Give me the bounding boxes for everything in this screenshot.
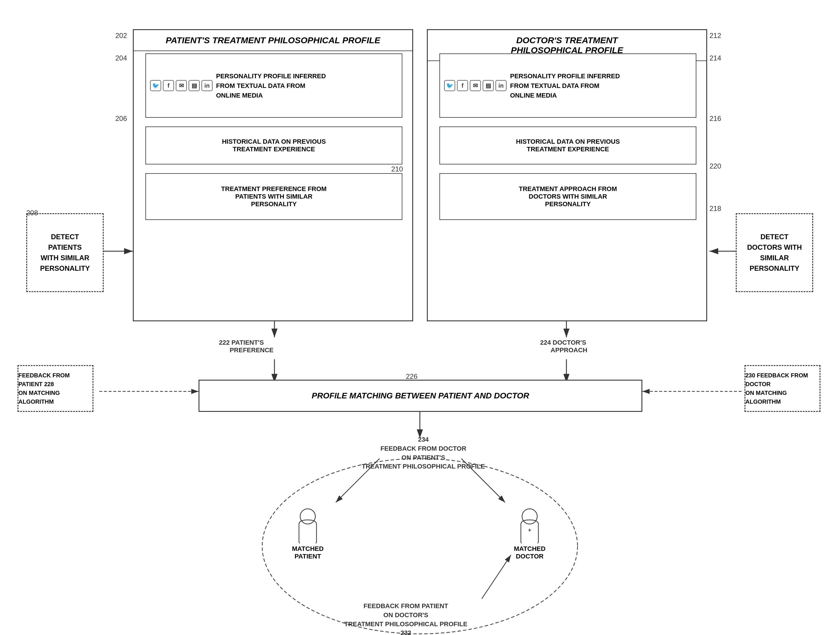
doc-twitter-icon: 🐦 <box>444 80 455 91</box>
profile-matching-text: PROFILE MATCHING BETWEEN PATIENT AND DOC… <box>311 391 529 401</box>
feedback-doctor-patient-label: 234 FEEDBACK FROM DOCTORON PATIENT'STREA… <box>321 435 526 471</box>
diagram: PATIENT'S TREATMENT PHILOSOPHICAL PROFIL… <box>0 0 840 635</box>
feedback-patient-algo-text: FEEDBACK FROM PATIENT 228ON MATCHING ALG… <box>18 371 93 406</box>
patients-preference-label: 222 PATIENT'S PREFERENCE <box>219 339 273 354</box>
patient-treatment-pref-box: TREATMENT PREFERENCE FROMPATIENTS WITH S… <box>145 173 402 220</box>
patient-profile-box: PATIENT'S TREATMENT PHILOSOPHICAL PROFIL… <box>133 29 413 321</box>
label-226: 226 <box>406 372 417 381</box>
arrows-svg <box>0 0 840 635</box>
label-218: 218 <box>709 204 721 213</box>
doctor-social-icons: 🐦 f ✉ ▤ in <box>444 80 507 91</box>
label-210: 210 <box>391 165 403 173</box>
feedback-patient-algo-box: FEEDBACK FROM PATIENT 228ON MATCHING ALG… <box>17 365 93 412</box>
doc-email-icon: ✉ <box>470 80 481 91</box>
doc-facebook-icon: f <box>457 80 468 91</box>
detect-doctors-box: DETECTDOCTORS WITHSIMILARPERSONALITY <box>736 213 813 292</box>
patient-historical-box: HISTORICAL DATA ON PREVIOUSTREATMENT EXP… <box>145 127 402 165</box>
patient-personality-box: 🐦 f ✉ ▤ in PERSONALITY PROFILE INFERREDF… <box>145 54 402 118</box>
doctor-personality-box: 🐦 f ✉ ▤ in PERSONALITY PROFILE INFERREDF… <box>439 54 696 118</box>
detect-patients-text: DETECTPATIENTSWITH SIMILARPERSONALITY <box>40 232 90 274</box>
label-214: 214 <box>709 54 721 62</box>
label-208: 208 <box>26 209 38 217</box>
email-icon: ✉ <box>176 80 187 91</box>
facebook-icon: f <box>163 80 174 91</box>
doctor-historical-box: HISTORICAL DATA ON PREVIOUSTREATMENT EXP… <box>439 127 696 165</box>
doc-rss-icon: ▤ <box>483 80 494 91</box>
label-220: 220 <box>709 162 721 170</box>
feedback-patient-doctor-label: FEEDBACK FROM PATIENTON DOCTOR'STREATMEN… <box>306 602 505 635</box>
patient-person-svg <box>296 508 319 543</box>
label-216: 216 <box>709 114 721 123</box>
doctors-approach-label: 224 DOCTOR'S APPROACH <box>540 339 587 354</box>
svg-point-15 <box>300 509 315 524</box>
detect-patients-box: DETECTPATIENTSWITH SIMILARPERSONALITY <box>26 213 104 292</box>
feedback-doctor-algo-box: 230 FEEDBACK FROM DOCTORON MATCHING ALGO… <box>745 365 820 412</box>
profile-matching-box: PROFILE MATCHING BETWEEN PATIENT AND DOC… <box>199 380 642 412</box>
svg-line-14 <box>482 555 511 599</box>
label-202: 202 <box>115 32 127 40</box>
linkedin-icon: in <box>202 80 213 91</box>
doctor-person-svg <box>518 508 541 543</box>
doc-linkedin-icon: in <box>496 80 507 91</box>
patient-profile-title: PATIENT'S TREATMENT PHILOSOPHICAL PROFIL… <box>134 30 412 51</box>
label-212: 212 <box>709 32 721 40</box>
matched-patient-figure: MATCHEDPATIENT <box>292 508 324 560</box>
label-222: 222 <box>219 339 230 346</box>
matched-patient-text: MATCHEDPATIENT <box>292 545 324 560</box>
doctor-profile-box: DOCTOR'S TREATMENTPHILOSOPHICAL PROFILE … <box>427 29 707 321</box>
patient-personality-text: PERSONALITY PROFILE INFERREDFROM TEXTUAL… <box>216 71 326 100</box>
label-206: 206 <box>115 114 127 123</box>
matched-doctor-text: MATCHEDDOCTOR <box>514 545 545 560</box>
twitter-icon: 🐦 <box>150 80 161 91</box>
label-204: 204 <box>115 54 127 62</box>
detect-doctors-text: DETECTDOCTORS WITHSIMILARPERSONALITY <box>747 232 802 274</box>
rss-icon: ▤ <box>189 80 200 91</box>
doctor-treatment-approach-box: TREATMENT APPROACH FROMDOCTORS WITH SIMI… <box>439 173 696 220</box>
doctor-personality-text: PERSONALITY PROFILE INFERREDFROM TEXTUAL… <box>510 71 620 100</box>
label-224: 224 <box>540 339 551 346</box>
svg-point-16 <box>522 509 537 524</box>
matched-doctor-figure: MATCHEDDOCTOR <box>514 508 545 560</box>
patient-social-icons: 🐦 f ✉ ▤ in <box>150 80 213 91</box>
feedback-doctor-algo-text: 230 FEEDBACK FROM DOCTORON MATCHING ALGO… <box>745 371 819 406</box>
